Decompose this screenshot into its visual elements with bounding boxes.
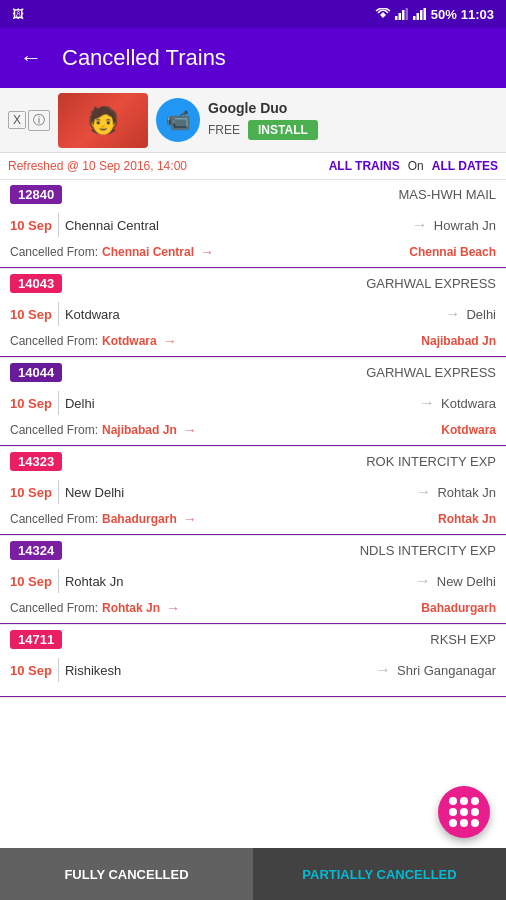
train-card[interactable]: 12840 MAS-HWH MAIL 10 Sep Chennai Centra… xyxy=(0,180,506,269)
train-number: 14043 xyxy=(10,274,62,293)
cancelled-row: Cancelled From: Rohtak Jn → Bahadurgarh xyxy=(0,597,506,623)
arrow-right-icon: → xyxy=(419,394,435,412)
cancelled-row: Cancelled From: Bahadurgarh → Rohtak Jn xyxy=(0,508,506,534)
cancelled-row: Cancelled From: Kotdwara → Najibabad Jn xyxy=(0,330,506,356)
fab-grid-icon xyxy=(449,797,479,827)
svg-rect-5 xyxy=(413,16,416,20)
cancelled-label: Cancelled From: xyxy=(10,423,98,437)
cancelled-label: Cancelled From: xyxy=(10,334,98,348)
train-card[interactable]: 14323 ROK INTERCITY EXP 10 Sep New Delhi… xyxy=(0,447,506,536)
svg-rect-8 xyxy=(423,8,426,20)
train-divider xyxy=(0,445,506,446)
station-from: Chennai Central xyxy=(65,218,406,233)
svg-rect-6 xyxy=(416,13,419,20)
train-header: 14044 GARHWAL EXPRESS xyxy=(0,358,506,387)
all-dates-filter[interactable]: ALL DATES xyxy=(432,159,498,173)
svg-rect-2 xyxy=(398,13,401,20)
refresh-text: Refreshed @ 10 Sep 2016, 14:00 xyxy=(8,159,321,173)
cancelled-label: Cancelled From: xyxy=(10,601,98,615)
cancelled-arrow-icon: → xyxy=(163,333,177,349)
station-to: Howrah Jn xyxy=(434,218,496,233)
cancelled-to-station: Chennai Beach xyxy=(220,245,496,259)
train-date: 10 Sep xyxy=(10,663,52,678)
svg-rect-4 xyxy=(405,8,408,20)
train-date: 10 Sep xyxy=(10,574,52,589)
zoom-icon: 📹 xyxy=(156,98,200,142)
cancelled-from-station: Kotdwara xyxy=(102,334,157,348)
video-icon: 📹 xyxy=(166,108,191,132)
cancelled-arrow-icon: → xyxy=(183,511,197,527)
train-name: ROK INTERCITY EXP xyxy=(70,454,496,469)
train-card[interactable]: 14324 NDLS INTERCITY EXP 10 Sep Rohtak J… xyxy=(0,536,506,625)
cancelled-label: Cancelled From: xyxy=(10,512,98,526)
train-number: 14323 xyxy=(10,452,62,471)
train-name: GARHWAL EXPRESS xyxy=(70,276,496,291)
fab-button[interactable] xyxy=(438,786,490,838)
partially-cancelled-label: PARTIALLY CANCELLED xyxy=(302,867,456,882)
svg-rect-7 xyxy=(420,10,423,20)
cancelled-arrow-icon: → xyxy=(166,600,180,616)
station-to: Shri Ganganagar xyxy=(397,663,496,678)
signal-icon xyxy=(395,8,409,20)
cancelled-to-station: Kotdwara xyxy=(203,423,496,437)
train-header: 14711 RKSH EXP xyxy=(0,625,506,654)
train-date: 10 Sep xyxy=(10,307,52,322)
ad-title: Google Duo xyxy=(208,100,498,116)
partially-cancelled-tab[interactable]: PARTIALLY CANCELLED xyxy=(253,848,506,900)
train-number: 14324 xyxy=(10,541,62,560)
train-header: 14324 NDLS INTERCITY EXP xyxy=(0,536,506,565)
station-from: New Delhi xyxy=(65,485,410,500)
station-from: Rishikesh xyxy=(65,663,369,678)
ad-close-button[interactable]: X xyxy=(8,111,26,129)
station-from: Kotdwara xyxy=(65,307,438,322)
arrow-right-icon: → xyxy=(375,661,391,679)
cancelled-to-station: Najibabad Jn xyxy=(183,334,496,348)
train-route: 10 Sep New Delhi → Rohtak Jn xyxy=(0,476,506,508)
cancelled-to-station: Bahadurgarh xyxy=(186,601,496,615)
station-from: Delhi xyxy=(65,396,413,411)
cancelled-from-station: Najibabad Jn xyxy=(102,423,177,437)
ad-banner: X ⓘ 🧑 📹 Google Duo FREE INSTALL xyxy=(0,88,506,153)
svg-rect-3 xyxy=(402,10,405,20)
train-card[interactable]: 14044 GARHWAL EXPRESS 10 Sep Delhi → Kot… xyxy=(0,358,506,447)
train-route: 10 Sep Kotdwara → Delhi xyxy=(0,298,506,330)
train-route: 10 Sep Rishikesh → Shri Ganganagar xyxy=(0,654,506,686)
train-name: GARHWAL EXPRESS xyxy=(70,365,496,380)
wifi-icon xyxy=(375,8,391,20)
train-number: 14711 xyxy=(10,630,62,649)
cancelled-to-station: Rohtak Jn xyxy=(203,512,496,526)
all-trains-filter[interactable]: ALL TRAINS xyxy=(329,159,400,173)
train-divider xyxy=(0,267,506,268)
time-text: 11:03 xyxy=(461,7,494,22)
train-number: 12840 xyxy=(10,185,62,204)
train-header: 14323 ROK INTERCITY EXP xyxy=(0,447,506,476)
ad-text-block: Google Duo FREE INSTALL xyxy=(208,100,498,140)
ad-free-label: FREE xyxy=(208,123,240,137)
battery-text: 50% xyxy=(431,7,457,22)
train-card[interactable]: 14043 GARHWAL EXPRESS 10 Sep Kotdwara → … xyxy=(0,269,506,358)
train-divider xyxy=(0,696,506,697)
ad-install-button[interactable]: INSTALL xyxy=(248,120,318,140)
train-divider xyxy=(0,623,506,624)
bottom-tabs: FULLY CANCELLED PARTIALLY CANCELLED xyxy=(0,848,506,900)
svg-marker-0 xyxy=(380,12,386,18)
train-card[interactable]: 14711 RKSH EXP 10 Sep Rishikesh → Shri G… xyxy=(0,625,506,698)
train-name: RKSH EXP xyxy=(70,632,496,647)
train-divider xyxy=(0,356,506,357)
train-route: 10 Sep Rohtak Jn → New Delhi xyxy=(0,565,506,597)
station-from: Rohtak Jn xyxy=(65,574,409,589)
cancelled-row: Cancelled From: Chennai Central → Chenna… xyxy=(0,241,506,267)
station-to: Rohtak Jn xyxy=(437,485,496,500)
cancelled-arrow-icon: → xyxy=(183,422,197,438)
ad-image: 🧑 xyxy=(58,93,148,148)
train-date: 10 Sep xyxy=(10,396,52,411)
train-header: 12840 MAS-HWH MAIL xyxy=(0,180,506,209)
cancelled-row: Cancelled From: Najibabad Jn → Kotdwara xyxy=(0,419,506,445)
cancelled-from-station: Chennai Central xyxy=(102,245,194,259)
fully-cancelled-tab[interactable]: FULLY CANCELLED xyxy=(0,848,253,900)
cancelled-from-station: Bahadurgarh xyxy=(102,512,177,526)
train-name: NDLS INTERCITY EXP xyxy=(70,543,496,558)
on-label: On xyxy=(408,159,424,173)
back-button[interactable]: ← xyxy=(16,41,46,75)
ad-info-button[interactable]: ⓘ xyxy=(28,110,50,131)
